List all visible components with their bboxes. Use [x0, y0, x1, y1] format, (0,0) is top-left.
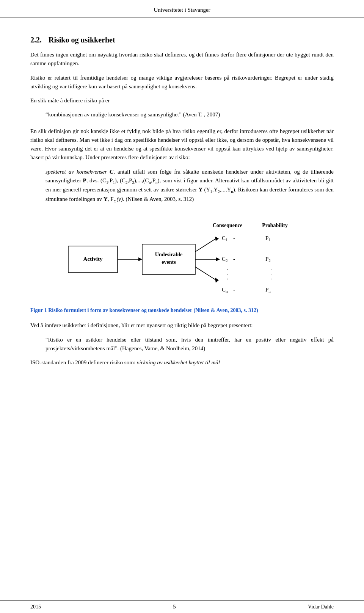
svg-text:P2: P2	[265, 256, 271, 263]
svg-marker-12	[216, 257, 220, 261]
svg-text:Probability: Probability	[262, 223, 287, 228]
svg-marker-14	[215, 277, 219, 283]
svg-text:.: .	[227, 274, 228, 281]
svg-text:P1: P1	[265, 235, 271, 242]
page: Universitetet i Stavanger 2.2. Risiko og…	[0, 0, 364, 613]
svg-text:.: .	[270, 274, 272, 281]
figure-caption-text: Figur 1 Risiko formulert i form av konse…	[30, 307, 258, 313]
svg-text:-: -	[233, 287, 235, 293]
iso-italic: virkning av usikkerhet knyttet til mål	[137, 359, 220, 365]
svg-text:events: events	[162, 259, 176, 265]
svg-text:Activity: Activity	[83, 256, 103, 262]
svg-text:Undesirable: Undesirable	[155, 252, 182, 257]
paragraph-1: Det finnes ingen enighet om nøyaktig hvo…	[30, 50, 334, 68]
svg-text:C2: C2	[222, 256, 228, 263]
svg-text:C1: C1	[222, 235, 228, 242]
svg-marker-3	[138, 257, 142, 261]
svg-text:-: -	[233, 256, 235, 262]
section-title: Risiko og usikkerhet	[49, 36, 115, 44]
svg-text:-: -	[233, 235, 235, 241]
diagram-container: Activity Undesirable events Consequence …	[30, 216, 334, 303]
svg-text:Cn: Cn	[222, 287, 228, 293]
university-title: Universitetet i Stavanger	[154, 7, 210, 13]
page-footer: 2015 5 Vidar Dahle	[0, 600, 364, 613]
footer-author: Vidar Dahle	[308, 604, 334, 610]
paragraph-4: En slik definisjon gir nok kanskje ikke …	[30, 127, 334, 162]
svg-line-13	[195, 267, 216, 280]
risk-diagram: Activity Undesirable events Consequence …	[64, 216, 300, 303]
svg-marker-10	[215, 237, 219, 241]
svg-text:Pn: Pn	[265, 287, 271, 293]
section-number: 2.2.	[30, 36, 42, 44]
italic-spekteret: spekteret av konsekvenser C	[46, 169, 113, 175]
svg-text:Consequence: Consequence	[213, 223, 243, 228]
block-quote-1: “kombinasjonen av mulige konsekvenser og…	[46, 110, 334, 119]
footer-year: 2015	[30, 604, 41, 610]
paragraph-2: Risiko er relatert til fremtidige hendel…	[30, 74, 334, 91]
paragraph-3: En slik måte å definere risiko på er	[30, 96, 334, 105]
paragraph-iso: ISO-standarden fra 2009 definerer risiko…	[30, 358, 334, 367]
block-quote-2: “Risiko er en usikker hendelse eller til…	[46, 336, 334, 353]
svg-line-9	[195, 238, 216, 252]
figure-caption: Figur 1 Risiko formulert i form av konse…	[30, 307, 334, 314]
footer-page: 5	[173, 604, 176, 610]
paragraph-5: Ved å innføre usikkerhet i definisjonen,…	[30, 321, 334, 330]
page-header: Universitetet i Stavanger	[0, 0, 364, 17]
paragraph-spekteret: spekteret av konsekvenser C, antall utfa…	[46, 168, 334, 204]
page-content: 2.2. Risiko og usikkerhet Det finnes ing…	[0, 17, 364, 395]
